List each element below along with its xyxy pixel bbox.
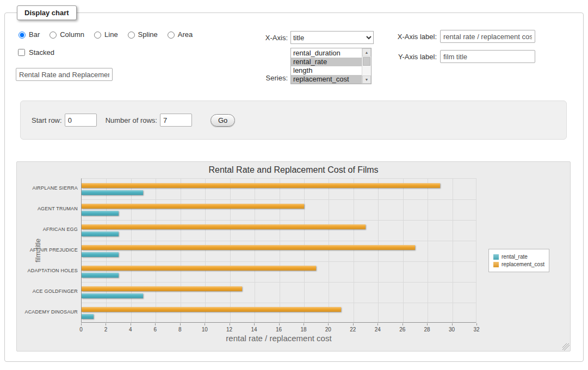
x-axis-tick bbox=[180, 323, 181, 325]
chart-title-input[interactable] bbox=[16, 68, 113, 81]
start-row-input[interactable] bbox=[65, 114, 97, 127]
scrollbar-thumb[interactable] bbox=[363, 57, 370, 66]
gridline-horizontal bbox=[82, 303, 476, 303]
x-axis-tick bbox=[353, 323, 354, 325]
bar-replacement_cost bbox=[82, 266, 316, 271]
x-axis-tick bbox=[328, 323, 329, 325]
category-label: AGENT TRUMAN bbox=[17, 206, 78, 211]
radio-line[interactable] bbox=[94, 32, 101, 39]
stacked-label: Stacked bbox=[29, 48, 54, 57]
x-tick-label: 26 bbox=[396, 327, 409, 333]
series-listbox[interactable]: rental_durationrental_ratelengthreplacem… bbox=[290, 48, 372, 84]
series-label: Series: bbox=[241, 74, 288, 82]
bar-replacement_cost bbox=[82, 245, 415, 250]
radio-column[interactable] bbox=[49, 32, 57, 39]
bar-rental_rate bbox=[82, 190, 143, 195]
chart-type-option-column[interactable]: Column bbox=[47, 30, 84, 39]
x-tick-label: 20 bbox=[321, 327, 335, 333]
x-tick-label: 6 bbox=[148, 327, 162, 333]
legend-label: replacement_cost bbox=[502, 261, 544, 267]
bar-rental_rate bbox=[82, 211, 119, 216]
series-option-rental_rate[interactable]: rental_rate bbox=[291, 58, 362, 66]
axis-series-column: X-Axis: title Series: rental_durationren… bbox=[241, 20, 374, 84]
category-label: ADAPTATION HOLES bbox=[17, 268, 78, 273]
scrollbar-track[interactable] bbox=[362, 57, 371, 76]
chart-type-option-line[interactable]: Line bbox=[91, 30, 118, 39]
bar-rental_rate bbox=[82, 252, 119, 257]
gridline-horizontal bbox=[82, 261, 476, 262]
bar-replacement_cost bbox=[82, 224, 366, 229]
legend-item-replacement_cost[interactable]: replacement_cost bbox=[493, 261, 544, 267]
series-row: Series: rental_durationrental_ratelength… bbox=[241, 48, 374, 84]
x-axis-select-label: X-Axis: bbox=[241, 34, 288, 42]
x-axis-select[interactable]: title bbox=[290, 31, 374, 44]
chart-type-option-spline[interactable]: Spline bbox=[125, 30, 158, 39]
gridline-vertical bbox=[304, 179, 305, 322]
x-tick-label: 8 bbox=[174, 327, 187, 333]
gridline-vertical bbox=[106, 179, 107, 322]
x-axis-tick bbox=[304, 323, 304, 325]
legend-item-rental_rate[interactable]: rental_rate bbox=[493, 254, 544, 260]
x-axis-label-input[interactable] bbox=[440, 30, 535, 43]
radio-area[interactable] bbox=[168, 32, 175, 39]
x-tick-label: 0 bbox=[75, 327, 88, 333]
x-axis-tick bbox=[427, 323, 428, 325]
gridline-horizontal bbox=[82, 199, 476, 200]
row-range-panel: Start row: Number of rows: Go bbox=[20, 101, 567, 140]
gridline-vertical bbox=[329, 179, 329, 322]
gridline-vertical bbox=[255, 179, 255, 322]
bar-rental_rate bbox=[82, 293, 143, 298]
chart-type-option-bar[interactable]: Bar bbox=[16, 30, 40, 39]
x-axis-tick bbox=[155, 323, 156, 325]
radio-label: Area bbox=[178, 30, 193, 39]
gridline-horizontal bbox=[82, 241, 476, 241]
radio-label: Spline bbox=[138, 30, 158, 39]
radio-bar[interactable] bbox=[18, 32, 26, 39]
series-options: rental_durationrental_ratelengthreplacem… bbox=[291, 48, 362, 84]
x-axis-tick bbox=[230, 323, 230, 325]
category-label: ACE GOLDFINGER bbox=[17, 289, 78, 294]
x-axis-tick bbox=[279, 323, 280, 325]
category-label: AFFAIR PREJUDICE bbox=[17, 247, 78, 253]
go-button[interactable]: Go bbox=[211, 114, 235, 127]
series-option-length[interactable]: length bbox=[291, 66, 362, 75]
legend-swatch bbox=[493, 262, 499, 267]
gridline-vertical bbox=[428, 179, 428, 322]
resize-handle[interactable] bbox=[562, 343, 570, 350]
x-tick-label: 10 bbox=[198, 327, 211, 333]
display-chart-legend: Display chart bbox=[17, 5, 77, 20]
chart-legend: rental_ratereplacement_cost bbox=[488, 249, 549, 272]
gridline-horizontal bbox=[82, 220, 476, 221]
x-axis-label-row: X-Axis label: bbox=[388, 30, 535, 43]
number-of-rows-label: Number of rows: bbox=[106, 116, 157, 124]
gridline-vertical bbox=[230, 179, 231, 322]
gridline-vertical bbox=[156, 179, 156, 322]
x-tick-label: 2 bbox=[99, 327, 112, 333]
chart-type-option-area[interactable]: Area bbox=[165, 30, 193, 39]
scroll-down-button[interactable]: ▼ bbox=[362, 76, 371, 84]
x-axis-tick bbox=[254, 323, 255, 325]
gridline-vertical bbox=[205, 179, 206, 322]
category-label: ACADEMY DINOSAUR bbox=[17, 309, 78, 315]
radio-label: Column bbox=[60, 30, 84, 39]
series-option-rental_duration[interactable]: rental_duration bbox=[291, 49, 362, 58]
x-axis-tick bbox=[377, 323, 378, 325]
radio-label: Line bbox=[104, 30, 118, 39]
radio-spline[interactable] bbox=[128, 32, 135, 39]
scroll-up-button[interactable]: ▲ bbox=[362, 48, 371, 57]
series-listbox-scrollbar[interactable]: ▲ ▼ bbox=[362, 48, 371, 84]
x-tick-label: 32 bbox=[470, 327, 483, 333]
series-option-replacement_cost[interactable]: replacement_cost bbox=[291, 75, 362, 84]
category-label: AFRICAN EGG bbox=[17, 227, 78, 232]
chart-title: Rental Rate and Replacement Cost of Film… bbox=[17, 165, 570, 175]
bar-replacement_cost bbox=[82, 286, 242, 291]
stacked-checkbox[interactable] bbox=[18, 49, 25, 56]
x-axis-title: rental rate / replacement cost bbox=[81, 334, 476, 343]
bar-rental_rate bbox=[82, 314, 94, 319]
number-of-rows-input[interactable] bbox=[160, 114, 192, 127]
bar-rental_rate bbox=[82, 273, 119, 278]
x-tick-label: 30 bbox=[445, 327, 459, 333]
x-axis-tick bbox=[403, 323, 403, 325]
x-axis-tick bbox=[131, 323, 131, 325]
y-axis-label-input[interactable] bbox=[440, 50, 535, 63]
